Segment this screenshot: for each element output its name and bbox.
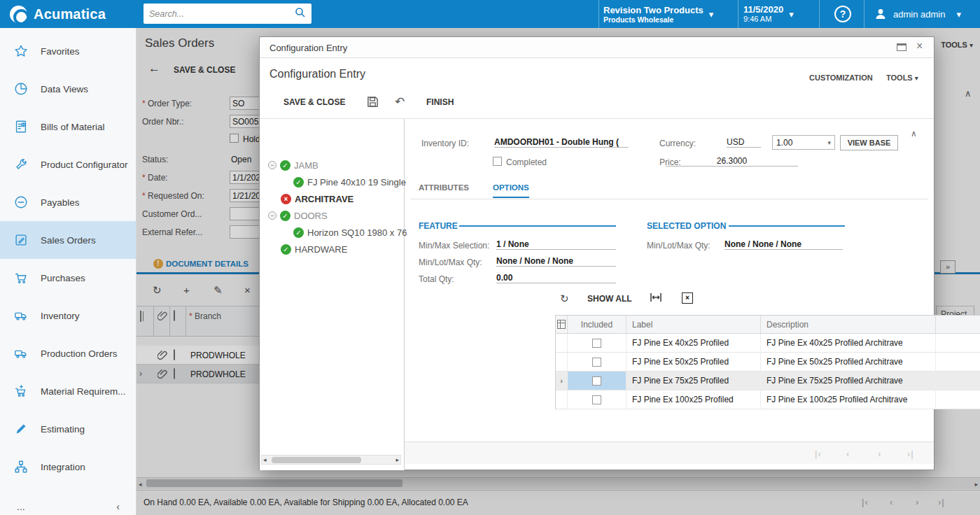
view-base-button[interactable]: VIEW BASE [840,135,898,150]
tree-node-hardware[interactable]: ✓ HARDWARE [281,241,347,258]
total-qty-value: 0.00 [496,273,616,283]
sidebar-footer: ... ‹ [0,501,136,512]
finish-button[interactable]: FINISH [426,97,454,107]
currency-code-field[interactable]: USD [727,137,761,148]
scroll-right-icon[interactable]: ▸ [396,456,399,463]
chevron-down-icon: ▾ [956,9,961,20]
description-column-header[interactable]: Description [761,316,936,333]
sidebar-item-data-views[interactable]: Data Views [0,70,136,108]
acumatica-logo[interactable]: Acumatica [10,0,106,28]
global-search[interactable] [144,3,312,24]
search-icon[interactable] [295,7,306,20]
included-checkbox[interactable] [592,339,601,348]
sidebar-item-label: Material Requirem... [41,386,126,397]
close-icon[interactable]: × [916,40,923,52]
show-all-button[interactable]: SHOW ALL [587,294,632,304]
maximize-icon[interactable] [897,43,906,51]
pie-chart-icon [13,80,29,97]
label-column-header[interactable]: Label [626,316,761,333]
fit-width-icon[interactable] [650,292,662,305]
sidebar-item-sales-orders[interactable]: Sales Orders [0,221,136,259]
first-page-icon[interactable]: |‹ [815,449,822,459]
feature-min-lot-max-label: Min/Lot/Max Qty: [419,258,482,267]
sidebar-item-inventory[interactable]: Inventory [0,297,136,334]
last-page-icon[interactable]: ›| [907,449,914,459]
truck-icon [13,307,29,324]
chevron-down-icon: ▾ [915,74,918,82]
sidebar-item-favorites[interactable]: Favorites [0,32,136,70]
business-date-selector[interactable]: 11/5/2020 9:46 AM ▾ [743,0,813,28]
total-qty-label: Total Qty: [419,274,454,284]
option-row-selected[interactable]: › FJ Pine Ex 75x25 Profiled FJ Pine Ex 7… [556,372,980,390]
included-column-header[interactable]: Included [568,316,626,333]
next-page-icon[interactable]: › [878,449,881,459]
company-name: Revision Two Products [603,5,704,15]
scroll-left-icon[interactable]: ◂ [263,456,267,463]
chevron-down-icon: ▾ [709,9,714,20]
user-icon [874,7,888,21]
user-name: admin admin [893,9,945,20]
collapse-sidebar-icon[interactable]: ‹ [116,501,120,512]
tabs-divider [410,199,928,199]
tools-button[interactable]: TOOLS ▾ [886,73,918,82]
min-max-selection-label: Min/Max Selection: [419,241,489,251]
sidebar-item-production-orders[interactable]: Production Orders [0,334,136,372]
completed-label: Completed [506,157,547,167]
tree-node-doors[interactable]: − ✓ DOORS [268,207,328,224]
tree-node-architrave[interactable]: × ARCHITRAVE [281,190,354,207]
included-checkbox[interactable] [592,376,601,386]
dialog-title-bar[interactable]: Configuration Entry × [260,37,934,58]
company-selector[interactable]: Revision Two Products Products Wholesale… [603,0,734,28]
grid-settings-icon[interactable] [556,316,568,333]
sidebar-item-bills-of-material[interactable]: Bills of Material [0,108,136,146]
search-input[interactable] [149,9,295,19]
sidebar-item-estimating[interactable]: Estimating [0,410,136,448]
sidebar-item-integration[interactable]: Integration [0,448,136,486]
collapse-node-icon[interactable]: − [268,161,276,169]
check-circle-icon: ✓ [281,244,291,255]
inventory-id-label: Inventory ID: [421,139,469,148]
included-checkbox[interactable] [592,358,601,367]
refresh-icon[interactable]: ↻ [560,292,569,305]
configuration-panel: ∧ Inventory ID: AMDOORDH01 - Double Hung… [405,119,934,470]
header-divider [598,0,599,28]
help-icon[interactable]: ? [834,6,851,22]
prev-page-icon[interactable]: ‹ [846,449,850,459]
undo-icon[interactable]: ↶ [395,94,405,109]
tab-attributes[interactable]: ATTRIBUTES [419,183,469,197]
tree-horizontal-scrollbar[interactable]: ◂ ▸ [261,455,401,465]
export-excel-icon[interactable]: × [682,292,693,304]
currency-rate-combo[interactable]: 1.00▾ [772,135,835,150]
sidebar-item-label: Bills of Material [41,122,105,132]
tree-node-horizon[interactable]: ✓ Horizon SQ10 1980 x 76 [293,224,407,241]
completed-checkbox[interactable] [493,157,502,166]
sidebar-item-payables[interactable]: Payables [0,183,136,221]
option-row[interactable]: FJ Pine Ex 40x25 Profiled FJ Pine Ex 40x… [556,334,980,353]
row-marker-icon: › [560,376,563,385]
qty-column-header[interactable]: Qty [936,316,980,333]
tab-options[interactable]: OPTIONS [493,183,529,198]
inventory-id-field[interactable]: AMDOORDH01 - Double Hung ( [494,137,629,148]
collapse-form-icon[interactable]: ∧ [911,129,917,139]
sidebar-item-material-requirements[interactable]: Material Requirem... [0,372,136,410]
price-field[interactable]: 26.3000 [666,156,798,167]
tree-node-jamb[interactable]: − ✓ JAMB [268,157,318,174]
customization-button[interactable]: CUSTOMIZATION [809,73,873,82]
sidebar-item-product-configurator[interactable]: Product Configurator [0,146,136,183]
save-close-button[interactable]: SAVE & CLOSE [284,97,345,107]
user-menu[interactable]: admin admin ▾ [874,0,979,28]
scrollbar-thumb[interactable] [272,457,361,463]
more-icon[interactable]: ... [17,501,25,512]
dialog-title: Configuration Entry [270,43,347,53]
save-icon[interactable] [367,96,379,110]
sidebar-item-label: Production Orders [41,348,118,359]
star-icon [13,43,29,59]
included-checkbox[interactable] [592,395,601,404]
min-max-selection-value: 1 / None [496,239,616,250]
tree-node-fj-pine[interactable]: ✓ FJ Pine 40x10 19 Single [293,174,406,190]
header-divider [819,0,820,28]
sidebar-item-purchases[interactable]: Purchases [0,259,136,297]
option-row[interactable]: FJ Pine Ex 100x25 Profiled FJ Pine Ex 10… [556,390,980,409]
option-row[interactable]: FJ Pine Ex 50x25 Profiled FJ Pine Ex 50x… [556,353,980,372]
collapse-node-icon[interactable]: − [268,211,276,220]
